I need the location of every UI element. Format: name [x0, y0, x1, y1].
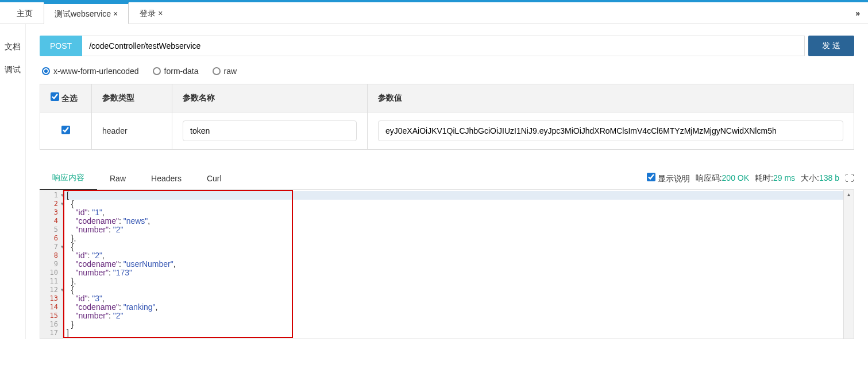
col-type: 参数类型 [92, 84, 172, 112]
param-name-input[interactable] [183, 121, 357, 141]
tab-raw[interactable]: Raw [97, 168, 138, 189]
response-tabs: 响应内容 Raw Headers Curl 显示说明 响应码:200 OK耗时:… [40, 167, 854, 190]
send-label: 发 送 [822, 41, 840, 50]
show-desc-toggle[interactable]: 显示说明 [647, 173, 690, 184]
tab-test-webservice[interactable]: 测试webservice× [44, 2, 129, 24]
send-button[interactable]: 发 送 [808, 36, 854, 56]
tab-curl[interactable]: Curl [194, 168, 234, 189]
http-method-badge[interactable]: POST [40, 36, 82, 56]
body-type-selector: x-www-form-urlencoded form-data raw [40, 67, 854, 76]
vertical-scrollbar[interactable]: ▴ [843, 190, 854, 339]
param-value-input[interactable] [378, 121, 843, 141]
sidebar: 文档 调试 [0, 24, 26, 339]
tab-response-body[interactable]: 响应内容 [40, 167, 97, 190]
expand-icon[interactable]: ⛶ [845, 173, 854, 184]
show-desc-label: 显示说明 [658, 174, 690, 183]
tab-label: Curl [207, 174, 222, 183]
scroll-up-icon[interactable]: ▴ [847, 191, 850, 197]
radio-urlencoded[interactable]: x-www-form-urlencoded [42, 67, 139, 76]
status-code: 响应码:200 OK [696, 173, 749, 184]
params-header-row: 全选 参数类型 参数名称 参数值 [40, 84, 854, 112]
close-icon[interactable]: × [113, 3, 118, 25]
sidebar-item-debug[interactable]: 调试 [0, 59, 25, 81]
select-all-checkbox[interactable] [51, 92, 59, 101]
close-icon[interactable]: × [158, 2, 163, 24]
col-name: 参数名称 [172, 84, 368, 112]
line-gutter: 1▾2▾34567▾89101112▾1314151617 [40, 190, 63, 339]
tab-label: 测试webservice [55, 3, 111, 25]
radio-label: raw [224, 67, 237, 76]
tab-label: 登录 [140, 2, 156, 24]
tab-headers[interactable]: Headers [138, 168, 194, 189]
tab-label: Raw [110, 174, 126, 183]
radio-form-data[interactable]: form-data [153, 67, 199, 76]
layout: 文档 调试 POST 发 送 x-www-form-urlencoded for… [0, 24, 868, 339]
request-bar: POST 发 送 [40, 36, 854, 56]
tab-label: 主页 [17, 2, 33, 24]
response-time: 耗时:29 ms [755, 173, 795, 184]
col-value: 参数值 [368, 84, 854, 112]
url-input[interactable] [82, 36, 805, 56]
code-area[interactable]: [ { "id": "1", "codename": "news", "numb… [63, 190, 843, 339]
param-type: header [92, 112, 172, 150]
radio-icon [153, 67, 161, 75]
radio-icon [213, 67, 221, 75]
response-size: 大小:138 b [801, 173, 839, 184]
sidebar-item-docs[interactable]: 文档 [0, 36, 25, 59]
tab-label: 响应内容 [52, 173, 84, 182]
radio-label: x-www-form-urlencoded [53, 67, 139, 76]
row-checkbox[interactable] [61, 126, 70, 134]
sidebar-item-label: 调试 [5, 65, 21, 75]
params-table: 全选 参数类型 参数名称 参数值 header [40, 84, 854, 150]
select-all-label: 全选 [61, 94, 78, 103]
radio-raw[interactable]: raw [213, 67, 237, 76]
table-row: header [40, 112, 854, 150]
main-panel: POST 发 送 x-www-form-urlencoded form-data… [26, 24, 868, 339]
method-label: POST [50, 41, 72, 50]
main-tabs: 主页 测试webservice× 登录× » [0, 2, 868, 24]
chevron-double-right-icon: » [855, 9, 860, 18]
radio-icon [42, 67, 50, 75]
tab-home[interactable]: 主页 [6, 2, 44, 24]
response-meta: 显示说明 响应码:200 OK耗时:29 ms大小:138 b ⛶ [647, 173, 854, 184]
sidebar-item-label: 文档 [5, 42, 21, 52]
tabs-overflow-button[interactable]: » [855, 2, 860, 24]
show-desc-checkbox[interactable] [647, 173, 655, 181]
tab-login[interactable]: 登录× [129, 2, 173, 24]
response-editor[interactable]: 1▾2▾34567▾89101112▾1314151617 [ { "id": … [40, 190, 854, 339]
radio-label: form-data [164, 67, 199, 76]
tab-label: Headers [151, 174, 182, 183]
